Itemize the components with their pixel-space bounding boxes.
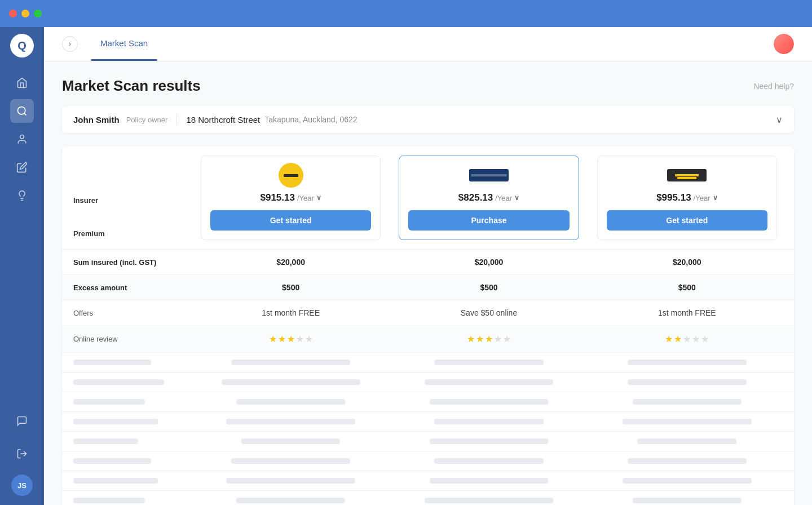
insurer-2-logo-shape — [469, 169, 509, 181]
policy-divider — [176, 114, 177, 125]
policy-owner-label: Policy owner — [126, 116, 168, 124]
user-avatar[interactable]: JS — [11, 475, 33, 496]
sidebar-item-home[interactable] — [10, 71, 34, 95]
insurer-card-inner-1: $915.13 /Year ∨ Get started — [201, 156, 381, 240]
insurer-1-logo-shape — [279, 163, 303, 188]
svg-line-1 — [24, 113, 27, 116]
skeleton-val-5-0 — [231, 458, 350, 464]
insurer-card-2: $825.13 /Year ∨ Purchase — [390, 147, 588, 249]
skeleton-val-7-1 — [425, 498, 553, 503]
insurer-3-logo-shape — [667, 169, 707, 181]
sidebar-item-chat[interactable] — [10, 409, 34, 433]
nav-collapse-button[interactable]: › — [62, 36, 78, 52]
skeleton-val-4-2 — [637, 438, 736, 444]
col1-excess: $500 — [192, 275, 390, 300]
insurer-1-premium-chevron[interactable]: ∨ — [316, 194, 321, 202]
sidebar-item-lightbulb[interactable] — [10, 184, 34, 207]
policy-owner-name: John Smith — [73, 115, 120, 125]
insurer-logo-2 — [469, 165, 509, 185]
insurer-card-3: $995.13 /Year ∨ Get started — [588, 147, 786, 249]
skeleton-row-4 — [62, 431, 794, 451]
star-2: ★ — [476, 334, 484, 344]
skeleton-rows — [62, 352, 794, 505]
star-5: ★ — [305, 334, 313, 344]
sidebar-logo[interactable]: Q — [10, 34, 34, 57]
policy-chevron-icon[interactable]: ∨ — [776, 114, 783, 125]
skeleton-val-7-0 — [236, 498, 345, 503]
skeleton-val-0-0 — [231, 360, 350, 365]
row-offers: Offers 1st month FREE Save $50 online 1s… — [62, 300, 794, 325]
col2-stars-display: ★ ★ ★ ★ ★ — [390, 334, 588, 344]
scroll-spacer — [786, 147, 794, 249]
skeleton-val-4-1 — [430, 438, 549, 444]
premium-label: Premium — [73, 229, 180, 238]
insurer-label: Insurer — [73, 196, 180, 205]
star-5: ★ — [701, 334, 709, 344]
row-sum-insured: Sum insured (incl. GST) $20,000 $20,000 … — [62, 249, 794, 274]
insurer-logo-1 — [279, 165, 303, 185]
star-4: ★ — [692, 334, 700, 344]
col2-sum-insured: $20,000 — [390, 250, 588, 274]
skeleton-row-0 — [62, 352, 794, 372]
star-3: ★ — [287, 334, 295, 344]
svg-point-0 — [18, 107, 25, 114]
nav-tabs: Market Scan — [91, 27, 157, 61]
policy-bar: John Smith Policy owner 18 Northcroft St… — [62, 106, 794, 133]
col2-offers: Save $50 online — [390, 300, 588, 325]
insurer-logo-3 — [667, 165, 707, 185]
star-2: ★ — [278, 334, 286, 344]
skeleton-val-6-2 — [623, 478, 751, 484]
skeleton-val-2-1 — [430, 399, 549, 405]
skeleton-val-6-1 — [430, 478, 549, 484]
insurer-2-premium: $825.13 /Year ∨ — [458, 192, 519, 203]
sidebar-bottom: JS — [10, 409, 34, 505]
skeleton-val-5-2 — [628, 458, 747, 464]
skeleton-label-1 — [73, 379, 164, 385]
sidebar-item-person[interactable] — [10, 127, 34, 151]
tab-market-scan[interactable]: Market Scan — [91, 27, 157, 61]
skeleton-val-3-1 — [434, 419, 543, 424]
insurer-3-premium-chevron[interactable]: ∨ — [713, 194, 718, 202]
skeleton-val-2-0 — [236, 399, 345, 405]
col1-stars-display: ★ ★ ★ ★ ★ — [192, 334, 390, 344]
skeleton-row-6 — [62, 471, 794, 490]
row-online-review: Online review ★ ★ ★ ★ ★ — [62, 325, 794, 352]
skeleton-val-7-2 — [633, 498, 742, 503]
col1-offers: 1st month FREE — [192, 300, 390, 325]
skeleton-label-3 — [73, 419, 158, 424]
top-nav: › Market Scan — [44, 27, 812, 61]
need-help-link[interactable]: Need help? — [753, 82, 794, 91]
policy-city: Takapuna, Auckland, 0622 — [264, 115, 357, 124]
sidebar-item-edit[interactable] — [10, 156, 34, 179]
sidebar-item-logout[interactable] — [10, 442, 34, 466]
insurer-card-1: $915.13 /Year ∨ Get started — [192, 147, 390, 249]
row-label-excess: Excess amount — [62, 276, 192, 300]
row-label-sum-insured: Sum insured (incl. GST) — [62, 250, 192, 274]
sidebar: Q JS — [0, 0, 44, 505]
traffic-light-green[interactable] — [34, 10, 42, 17]
skeleton-label-0 — [73, 360, 151, 365]
col1-stars: ★ ★ ★ ★ ★ — [192, 326, 390, 352]
data-rows: Sum insured (incl. GST) $20,000 $20,000 … — [62, 249, 794, 505]
skeleton-label-5 — [73, 458, 151, 464]
traffic-light-yellow[interactable] — [21, 10, 29, 17]
nav-avatar[interactable] — [774, 34, 794, 54]
insurer-3-get-started-button[interactable]: Get started — [607, 210, 767, 231]
svg-point-2 — [20, 135, 24, 139]
insurer-1-get-started-button[interactable]: Get started — [210, 210, 371, 231]
col1-sum-insured: $20,000 — [192, 250, 390, 274]
skeleton-val-0-1 — [434, 360, 543, 365]
insurer-2-purchase-button[interactable]: Purchase — [408, 210, 569, 231]
skeleton-val-1-0 — [222, 379, 360, 385]
sidebar-logo-text: Q — [17, 39, 27, 52]
star-2: ★ — [674, 334, 682, 344]
sidebar-item-scan[interactable] — [10, 99, 34, 123]
traffic-light-red[interactable] — [9, 10, 17, 17]
skeleton-val-3-0 — [226, 419, 355, 424]
page-header: Market Scan results Need help? — [62, 77, 794, 95]
star-3: ★ — [683, 334, 691, 344]
col3-excess: $500 — [588, 275, 786, 300]
star-1: ★ — [269, 334, 277, 344]
skeleton-label-2 — [73, 399, 145, 405]
insurer-2-premium-chevron[interactable]: ∨ — [514, 194, 519, 202]
